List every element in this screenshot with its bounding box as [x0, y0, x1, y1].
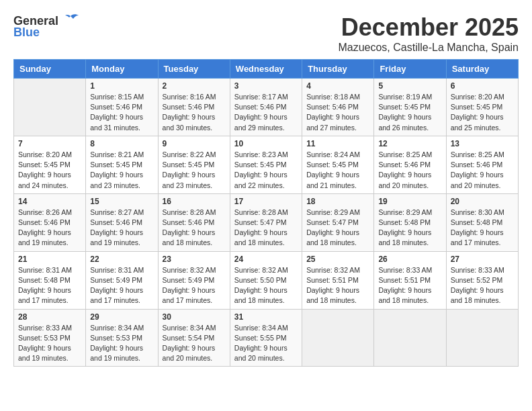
day-info: Sunrise: 8:30 AM Sunset: 5:48 PM Dayligh…: [451, 208, 514, 248]
day-info: Sunrise: 8:18 AM Sunset: 5:46 PM Dayligh…: [306, 92, 369, 133]
calendar-day-cell: 7Sunrise: 8:20 AM Sunset: 5:45 PM Daylig…: [14, 136, 86, 193]
day-info: Sunrise: 8:23 AM Sunset: 5:45 PM Dayligh…: [234, 150, 298, 191]
day-number: 19: [378, 197, 441, 206]
day-info: Sunrise: 8:31 AM Sunset: 5:49 PM Dayligh…: [90, 265, 153, 306]
day-number: 14: [18, 197, 81, 206]
day-number: 31: [234, 312, 298, 322]
calendar-header-cell: Thursday: [302, 60, 374, 79]
day-info: Sunrise: 8:25 AM Sunset: 5:46 PM Dayligh…: [451, 150, 514, 191]
day-number: 27: [451, 255, 514, 264]
calendar-day-cell: 4Sunrise: 8:18 AM Sunset: 5:46 PM Daylig…: [302, 79, 374, 136]
day-number: 11: [306, 139, 369, 148]
calendar-day-cell: 23Sunrise: 8:32 AM Sunset: 5:49 PM Dayli…: [158, 251, 230, 309]
calendar-week-row: 21Sunrise: 8:31 AM Sunset: 5:48 PM Dayli…: [14, 251, 519, 309]
day-info: Sunrise: 8:21 AM Sunset: 5:45 PM Dayligh…: [90, 150, 153, 191]
day-number: 22: [90, 255, 153, 264]
day-number: 30: [163, 312, 226, 322]
calendar-day-cell: 22Sunrise: 8:31 AM Sunset: 5:49 PM Dayli…: [86, 251, 158, 309]
day-info: Sunrise: 8:29 AM Sunset: 5:48 PM Dayligh…: [378, 208, 441, 248]
day-info: Sunrise: 8:27 AM Sunset: 5:46 PM Dayligh…: [90, 208, 153, 248]
calendar-header-cell: Sunday: [14, 60, 86, 79]
calendar-day-cell: 27Sunrise: 8:33 AM Sunset: 5:52 PM Dayli…: [446, 251, 518, 309]
calendar-day-cell: 29Sunrise: 8:34 AM Sunset: 5:53 PM Dayli…: [86, 309, 158, 367]
calendar-day-cell: 24Sunrise: 8:32 AM Sunset: 5:50 PM Dayli…: [230, 251, 302, 309]
day-info: Sunrise: 8:33 AM Sunset: 5:52 PM Dayligh…: [451, 265, 514, 306]
day-info: Sunrise: 8:16 AM Sunset: 5:46 PM Dayligh…: [163, 92, 226, 133]
day-info: Sunrise: 8:34 AM Sunset: 5:54 PM Dayligh…: [163, 323, 226, 364]
calendar-week-row: 1Sunrise: 8:15 AM Sunset: 5:46 PM Daylig…: [14, 79, 519, 136]
calendar-day-cell: 28Sunrise: 8:33 AM Sunset: 5:53 PM Dayli…: [14, 309, 86, 367]
logo-blue-text: Blue: [13, 26, 40, 40]
day-number: 6: [451, 81, 514, 91]
day-info: Sunrise: 8:15 AM Sunset: 5:46 PM Dayligh…: [90, 92, 153, 133]
day-number: 12: [378, 139, 441, 148]
calendar-day-cell: 6Sunrise: 8:20 AM Sunset: 5:45 PM Daylig…: [446, 79, 518, 136]
day-number: 4: [306, 81, 369, 91]
day-number: 7: [18, 139, 81, 148]
day-info: Sunrise: 8:33 AM Sunset: 5:51 PM Dayligh…: [378, 265, 441, 306]
calendar-day-cell: 17Sunrise: 8:28 AM Sunset: 5:47 PM Dayli…: [230, 193, 302, 251]
calendar-day-cell: 3Sunrise: 8:17 AM Sunset: 5:46 PM Daylig…: [230, 79, 302, 136]
calendar-day-cell: 12Sunrise: 8:25 AM Sunset: 5:46 PM Dayli…: [374, 136, 446, 193]
day-info: Sunrise: 8:29 AM Sunset: 5:47 PM Dayligh…: [306, 208, 369, 248]
calendar-day-cell: 15Sunrise: 8:27 AM Sunset: 5:46 PM Dayli…: [86, 193, 158, 251]
day-info: Sunrise: 8:34 AM Sunset: 5:55 PM Dayligh…: [234, 323, 298, 364]
day-number: 8: [90, 139, 153, 148]
day-info: Sunrise: 8:33 AM Sunset: 5:53 PM Dayligh…: [18, 323, 81, 364]
day-number: 26: [378, 255, 441, 264]
month-title: December 2025: [338, 13, 519, 42]
calendar-day-cell: 11Sunrise: 8:24 AM Sunset: 5:45 PM Dayli…: [302, 136, 374, 193]
day-number: 24: [234, 255, 298, 264]
calendar-day-cell: 31Sunrise: 8:34 AM Sunset: 5:55 PM Dayli…: [230, 309, 302, 367]
day-number: 20: [451, 197, 514, 206]
calendar-header-cell: Wednesday: [230, 60, 302, 79]
calendar-header-cell: Tuesday: [158, 60, 230, 79]
day-number: 25: [306, 255, 369, 264]
calendar-day-cell: 5Sunrise: 8:19 AM Sunset: 5:45 PM Daylig…: [374, 79, 446, 136]
day-number: 29: [90, 312, 153, 322]
calendar-day-cell: 25Sunrise: 8:32 AM Sunset: 5:51 PM Dayli…: [302, 251, 374, 309]
calendar-day-cell: [14, 79, 86, 136]
day-info: Sunrise: 8:28 AM Sunset: 5:47 PM Dayligh…: [234, 208, 298, 248]
day-info: Sunrise: 8:20 AM Sunset: 5:45 PM Dayligh…: [18, 150, 81, 191]
day-info: Sunrise: 8:31 AM Sunset: 5:48 PM Dayligh…: [18, 265, 81, 306]
calendar-header-row: SundayMondayTuesdayWednesdayThursdayFrid…: [14, 60, 519, 79]
location-title: Mazuecos, Castille-La Mancha, Spain: [338, 42, 519, 54]
day-info: Sunrise: 8:24 AM Sunset: 5:45 PM Dayligh…: [306, 150, 369, 191]
day-info: Sunrise: 8:19 AM Sunset: 5:45 PM Dayligh…: [378, 92, 441, 133]
day-info: Sunrise: 8:26 AM Sunset: 5:46 PM Dayligh…: [18, 208, 81, 248]
calendar-day-cell: 19Sunrise: 8:29 AM Sunset: 5:48 PM Dayli…: [374, 193, 446, 251]
day-number: 16: [163, 197, 226, 206]
calendar-week-row: 7Sunrise: 8:20 AM Sunset: 5:45 PM Daylig…: [14, 136, 519, 193]
day-info: Sunrise: 8:20 AM Sunset: 5:45 PM Dayligh…: [451, 92, 514, 133]
page-header: General Blue December 2025 Mazuecos, Cas…: [13, 13, 519, 54]
calendar-day-cell: [302, 309, 374, 367]
calendar-day-cell: 14Sunrise: 8:26 AM Sunset: 5:46 PM Dayli…: [14, 193, 86, 251]
calendar-day-cell: 30Sunrise: 8:34 AM Sunset: 5:54 PM Dayli…: [158, 309, 230, 367]
calendar-day-cell: 1Sunrise: 8:15 AM Sunset: 5:46 PM Daylig…: [86, 79, 158, 136]
logo: General Blue: [13, 13, 80, 40]
day-number: 9: [163, 139, 226, 148]
calendar-day-cell: [446, 309, 518, 367]
title-block: December 2025 Mazuecos, Castille-La Manc…: [338, 13, 519, 54]
calendar-header-cell: Saturday: [446, 60, 518, 79]
calendar-day-cell: 2Sunrise: 8:16 AM Sunset: 5:46 PM Daylig…: [158, 79, 230, 136]
calendar-header-cell: Monday: [86, 60, 158, 79]
day-number: 21: [18, 255, 81, 264]
calendar-day-cell: 21Sunrise: 8:31 AM Sunset: 5:48 PM Dayli…: [14, 251, 86, 309]
calendar-day-cell: 10Sunrise: 8:23 AM Sunset: 5:45 PM Dayli…: [230, 136, 302, 193]
day-number: 15: [90, 197, 153, 206]
day-number: 1: [90, 81, 153, 91]
calendar-day-cell: 8Sunrise: 8:21 AM Sunset: 5:45 PM Daylig…: [86, 136, 158, 193]
day-info: Sunrise: 8:25 AM Sunset: 5:46 PM Dayligh…: [378, 150, 441, 191]
calendar-day-cell: 26Sunrise: 8:33 AM Sunset: 5:51 PM Dayli…: [374, 251, 446, 309]
day-number: 2: [163, 81, 226, 91]
calendar-week-row: 28Sunrise: 8:33 AM Sunset: 5:53 PM Dayli…: [14, 309, 519, 367]
calendar-day-cell: 9Sunrise: 8:22 AM Sunset: 5:45 PM Daylig…: [158, 136, 230, 193]
day-number: 13: [451, 139, 514, 148]
day-info: Sunrise: 8:32 AM Sunset: 5:49 PM Dayligh…: [163, 265, 226, 306]
day-number: 5: [378, 81, 441, 91]
day-number: 23: [163, 255, 226, 264]
calendar-body: 1Sunrise: 8:15 AM Sunset: 5:46 PM Daylig…: [14, 79, 519, 367]
calendar-day-cell: [374, 309, 446, 367]
